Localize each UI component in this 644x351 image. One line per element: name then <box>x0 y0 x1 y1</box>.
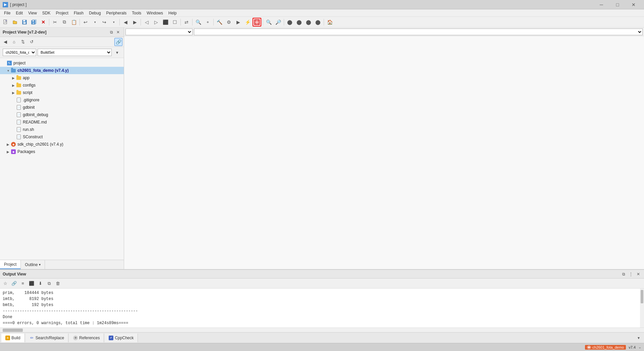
build-btn-1[interactable]: 🔨 <box>215 18 224 27</box>
output-panel: Output View ⧉ ⋮ ✕ ☆ 🔗 ≡ ⬛ ⬇ ⧉ 🗑 prim, 18… <box>0 269 644 343</box>
menu-help[interactable]: Help <box>166 9 179 17</box>
tree-label-sconstruct: SConstruct <box>23 135 43 139</box>
tree-item-runsh[interactable]: 📄 run.sh <box>0 126 124 133</box>
buildset-dropdown[interactable]: BuildSet <box>38 49 112 56</box>
project-dropdown[interactable]: ch2601_fota_d <box>3 49 36 56</box>
menu-edit[interactable]: Edit <box>13 9 25 17</box>
output-vscrollbar[interactable] <box>640 289 644 328</box>
menu-view[interactable]: View <box>25 9 40 17</box>
undo-button[interactable]: ↩ <box>81 18 90 27</box>
bookmark-clear-button[interactable]: ☐ <box>170 18 179 27</box>
output-list-button[interactable]: ≡ <box>19 280 27 288</box>
paste-button[interactable]: 📋 <box>69 18 78 27</box>
status-arrow[interactable]: ⌄ <box>638 345 641 349</box>
home-button[interactable]: 🏠 <box>325 18 334 27</box>
minimize-button[interactable]: ─ <box>594 0 609 9</box>
new-file-button[interactable] <box>1 18 10 27</box>
output-copy-button[interactable]: ⧉ <box>45 280 53 288</box>
tree-item-gdbinit-debug[interactable]: 📄 gdbinit_debug <box>0 111 124 118</box>
search-button-1[interactable]: 🔍 <box>194 18 203 27</box>
menu-file[interactable]: File <box>1 9 13 17</box>
menu-tools[interactable]: Tools <box>129 9 144 17</box>
cut-button[interactable]: ✂ <box>51 18 59 27</box>
sidebar-refresh-button[interactable]: ↺ <box>28 38 36 46</box>
reset-button[interactable]: ⬤ <box>314 18 322 27</box>
tab-cppcheck[interactable]: ✔ CppCheck <box>105 334 138 342</box>
stop-button[interactable]: ⬤ <box>295 18 304 27</box>
maximize-button[interactable]: □ <box>610 0 625 9</box>
sidebar-home-button[interactable]: ⌂ <box>10 38 18 46</box>
step-button[interactable]: ⬤ <box>304 18 313 27</box>
status-project-badge[interactable]: ch2601_fota_demo <box>585 345 626 350</box>
tab-project[interactable]: Project <box>0 260 21 269</box>
editor-right-dropdown[interactable] <box>194 29 643 35</box>
tree-item-fota-demo[interactable]: ▾ ch2601_fota_demo (v7.4.y) <box>0 67 124 74</box>
save-all-button[interactable] <box>30 18 38 27</box>
bookmark-prev-button[interactable]: ◁ <box>142 18 151 27</box>
tab-references[interactable]: ⊕ References <box>69 334 104 342</box>
menu-windows[interactable]: Windows <box>144 9 166 17</box>
sdk-icon: ◆ <box>11 142 16 147</box>
tabs-expand-button[interactable]: ▾ <box>635 334 643 342</box>
sidebar-link-button[interactable]: 🔗 <box>114 38 122 46</box>
tree-item-packages[interactable]: ▶ ◆ Packages <box>0 148 124 155</box>
output-link-button[interactable]: 🔗 <box>10 280 18 288</box>
output-favorite-button[interactable]: ☆ <box>1 280 9 288</box>
tab-build[interactable]: B Build <box>1 334 25 342</box>
output-hscroll-thumb[interactable] <box>3 329 23 332</box>
synced-scroll-button[interactable]: ⇄ <box>182 18 191 27</box>
menu-debug[interactable]: Debug <box>86 9 103 17</box>
output-close-button[interactable]: ✕ <box>635 271 641 277</box>
open-file-button[interactable] <box>11 18 19 27</box>
output-hscrollbar[interactable] <box>0 328 644 332</box>
sidebar-tabs: Project Outline ▾ <box>0 260 124 269</box>
editor-path-dropdown[interactable] <box>125 29 193 35</box>
menu-peripherals[interactable]: Peripherals <box>104 9 129 17</box>
debug-run-button[interactable]: ▶ <box>234 18 243 27</box>
output-restore-button[interactable]: ⧉ <box>621 271 627 277</box>
tree-item-sconstruct[interactable]: 📄 SConstruct <box>0 133 124 141</box>
search-button-2[interactable]: ⌖ <box>203 18 212 27</box>
undo-dropdown-button[interactable]: ▾ <box>91 18 99 27</box>
output-download-button[interactable]: ⬇ <box>36 280 44 288</box>
close-button[interactable]: ✕ <box>626 0 641 9</box>
output-more-button[interactable]: ⋮ <box>628 271 634 277</box>
run-button[interactable]: ⬤ <box>285 18 294 27</box>
tree-item-app[interactable]: ▶ app <box>0 74 124 82</box>
output-clear-button[interactable]: 🗑 <box>54 280 62 288</box>
tree-item-sdk[interactable]: ▶ ◆ sdk_chip_ch2601 (v7.4.y) <box>0 141 124 148</box>
output-line-separator: ----------------------------------------… <box>3 308 637 314</box>
build-btn-2[interactable]: ⚙ <box>224 18 233 27</box>
tab-outline[interactable]: Outline ▾ <box>21 260 45 269</box>
output-stop-button[interactable]: ⬛ <box>28 280 36 288</box>
save-button[interactable] <box>20 18 29 27</box>
flash-button[interactable]: ⚡ <box>243 18 252 27</box>
sidebar-sync-button[interactable]: ⇅ <box>19 38 27 46</box>
delete-button[interactable]: ✕ <box>39 18 48 27</box>
menu-flash[interactable]: Flash <box>71 9 86 17</box>
tree-item-script[interactable]: ▶ script <box>0 89 124 96</box>
bookmark-next-button[interactable]: ▷ <box>152 18 160 27</box>
redo-dropdown-button[interactable]: ▾ <box>109 18 118 27</box>
tab-search-replace[interactable]: ✏ Search/Replace <box>25 334 68 342</box>
copy-button[interactable]: ⧉ <box>60 18 69 27</box>
menu-project[interactable]: Project <box>53 9 71 17</box>
tree-item-gitignore[interactable]: 📄 .gitignore <box>0 96 124 104</box>
nav-back-button[interactable]: ◀ <box>121 18 130 27</box>
tree-item-gdbinit[interactable]: 📄 gdbinit <box>0 104 124 111</box>
sidebar-close-button[interactable]: ✕ <box>115 29 121 35</box>
tree-item-configs[interactable]: ▶ configs <box>0 82 124 89</box>
sidebar-navigate-back-button[interactable]: ◀ <box>1 38 9 46</box>
active-tool-button[interactable] <box>253 18 261 27</box>
zoom-in-button[interactable]: 🔎 <box>274 18 282 27</box>
bookmark-toggle-button[interactable]: ⬛ <box>161 18 170 27</box>
tree-item-project-root[interactable]: project <box>0 59 124 67</box>
redo-button[interactable]: ↪ <box>100 18 109 27</box>
nav-forward-button[interactable]: ▶ <box>130 18 139 27</box>
tree-item-readme[interactable]: 📄 README.md <box>0 118 124 126</box>
menu-sdk[interactable]: SDK <box>40 9 53 17</box>
buildset-expand-button[interactable]: ▾ <box>113 48 121 56</box>
sidebar-restore-button[interactable]: ⧉ <box>108 29 114 35</box>
find-button[interactable]: 🔍 <box>264 18 273 27</box>
output-vscroll-thumb[interactable] <box>641 290 643 303</box>
